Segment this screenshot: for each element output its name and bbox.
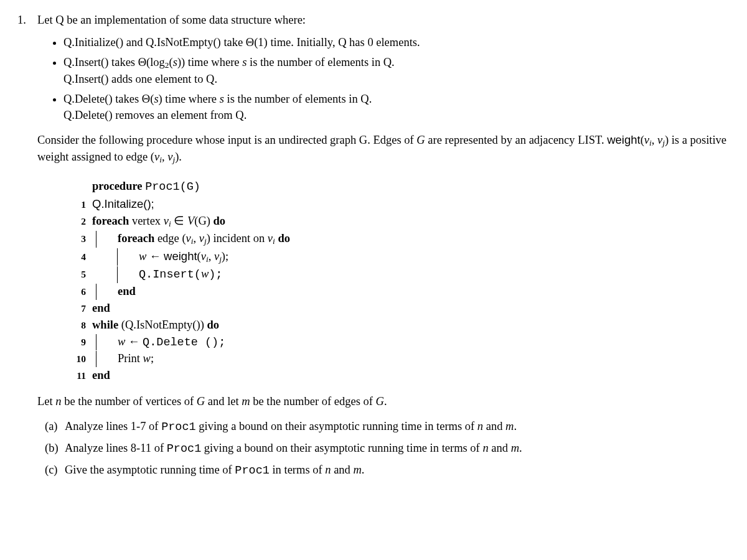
proc-name: Proc1 [235,464,270,477]
var-n: n [325,464,331,476]
text: Q.Delete() removes an element from Q. [63,109,247,121]
problem-1: 1. Let Q be an implementation of some da… [17,12,730,484]
var-w: w [201,268,209,280]
var-v: v [644,134,649,146]
proc-name: Proc1 [161,421,196,434]
problem-number: 1. [17,12,37,484]
alg-line-2: 2 foreach vertex vi ∈ V(G) do [68,213,730,230]
text: Consider the following procedure whose i… [37,134,416,146]
part-label: (c) [45,462,65,479]
text: be the number of edges of [250,395,376,408]
subscript-2: 2 [165,60,169,70]
text: . [384,395,387,408]
text: Let [37,395,55,408]
algorithm-proc1: procedure Proc1(G) 1 Q.Initalize(); 2 fo… [68,179,730,384]
line-no: 4 [68,250,86,264]
var-V: V [187,215,194,227]
text: giving a bound on their asymptotic runni… [201,442,482,454]
var-G: G [416,134,425,146]
intro-text: Let Q be an implementation of some data … [37,12,730,29]
proc-name: Proc1(G) [145,180,200,194]
text: . [519,442,522,454]
part-b: (b) Analyze lines 8-11 of Proc1 giving a… [45,441,730,457]
var-s: s [220,93,224,105]
var-n: n [482,442,488,454]
text: be the number of vertices of [62,395,197,408]
text: ); [209,268,222,281]
text: . [514,420,517,432]
kw-do: do [214,215,226,227]
var-v: v [657,134,662,146]
operation-list: Q.Initialize() and Q.IsNotEmpty() take Θ… [37,35,730,124]
text: . [362,464,365,476]
var-m: m [242,395,250,408]
var-v: v [164,215,169,227]
var-v: v [214,250,219,263]
part-a: (a) Analyze lines 1-7 of Proc1 giving a … [45,419,730,436]
bullet-delete: Q.Delete() takes Θ(s) time where s is th… [63,91,730,124]
alg-line-5: 5 Q.Insert(w); [68,266,730,283]
line-no: 9 [68,335,86,349]
text: Q.Insert() adds one element to Q. [63,73,217,85]
text: vertex [129,215,163,227]
kw-foreach: foreach [92,215,129,227]
text: , [162,151,167,163]
sym-in: ∈ [171,215,187,227]
part-c: (c) Give the asymptotic running time of … [45,462,730,479]
alg-line-4: 4 w ← weight(vi, vj); [68,248,730,266]
var-w: w [118,335,125,348]
kw-end: end [92,369,110,381]
kw-do: do [207,319,219,331]
var-v: v [186,232,191,245]
alg-line-3: 3 foreach edge (vi, vj) incident on vi d… [68,231,730,248]
procedure-intro: Consider the following procedure whose i… [37,132,730,166]
line-no: 5 [68,268,86,281]
var-G: G [376,395,384,408]
text: Analyze lines 1-7 of [65,420,161,432]
text: in terms of [270,464,325,476]
alg-header: procedure Proc1(G) [68,179,730,195]
definitions-n-m: Let n be the number of vertices of G and… [37,394,730,410]
text: are represented by an adjacency LIST. [425,134,607,146]
stmt: Q.Initalize(); [92,197,154,210]
var-n: n [477,420,483,432]
text: giving a bound on their asymptotic runni… [196,420,477,432]
text: , [194,232,199,245]
text: ) incident on [207,232,268,245]
line-no: 11 [68,369,86,383]
alg-line-7: 7 end [68,301,730,317]
text: is the number of elements in Q. [224,93,372,105]
call-delete: Q.Delete (); [143,336,225,349]
line-no: 10 [68,352,86,366]
var-v: v [268,232,273,245]
var-m: m [353,464,361,476]
line-no: 6 [68,285,86,299]
var-m: m [505,420,514,432]
alg-line-11: 11 end [68,368,730,384]
text: Give the asymptotic running time of [65,464,235,476]
text: , [652,134,657,146]
text: )) time where [177,56,242,68]
text: Q.Insert() takes Θ(log [63,56,165,68]
sym-assign: ← [146,250,164,263]
text: ); [222,250,228,263]
problem-body: Let Q be an implementation of some data … [37,12,730,484]
var-s: s [154,93,158,105]
alg-line-6: 6 end [68,284,730,300]
alg-line-10: 10 Print w; [68,351,730,367]
line-no: 8 [68,319,86,332]
alg-line-8: 8 while (Q.IsNotEmpty()) do [68,317,730,334]
var-G: G [197,395,205,408]
line-no: 3 [68,232,86,246]
text: ; [151,352,154,365]
text: and [489,442,511,454]
var-v: v [201,250,206,263]
text: and [331,464,354,476]
text: Analyze lines 8-11 of [65,442,167,454]
kw-foreach: foreach [118,232,154,245]
text: and [483,420,505,432]
line-no: 1 [68,198,86,212]
kw-procedure: procedure [92,180,145,192]
line-no: 2 [68,215,86,228]
text: Q.Delete() takes Θ( [63,93,154,105]
